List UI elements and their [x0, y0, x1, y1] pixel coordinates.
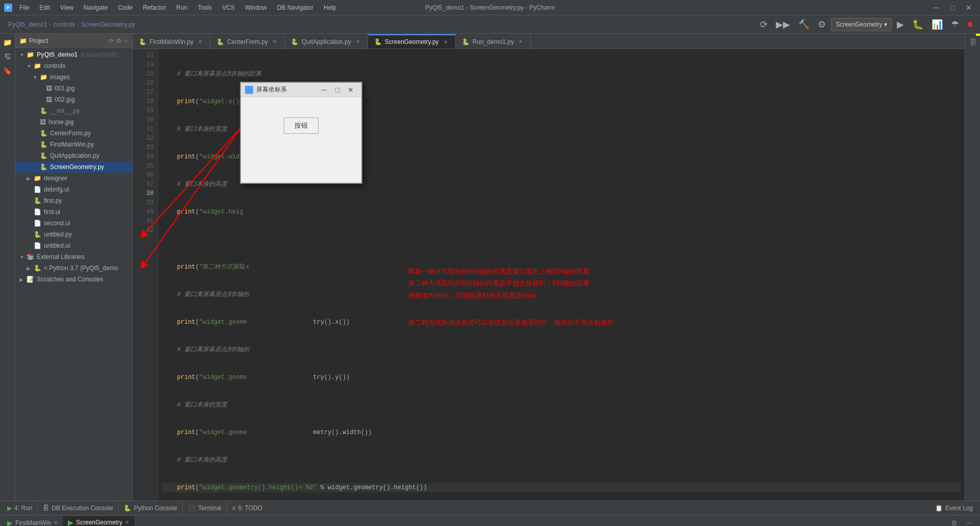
maximize-button[interactable]: □	[945, 3, 960, 13]
window-title: PyQt5_demo1 - ScreenGeometry.py - PyChar…	[425, 4, 555, 11]
float-minimize-button[interactable]: ─	[317, 84, 331, 95]
menu-window[interactable]: Window	[242, 3, 270, 12]
menu-navigate[interactable]: Navigate	[81, 3, 111, 12]
tab-label-quitapp: QuitApplication.py	[302, 38, 351, 45]
run-button[interactable]: ▶	[894, 18, 907, 31]
toolbar-terminal[interactable]: ⬛ Terminal	[183, 501, 227, 515]
tree-item-quitapp[interactable]: 🐍 QuitApplication.py	[15, 150, 132, 161]
profile-button[interactable]: 📊	[928, 18, 946, 31]
tree-item-images[interactable]: ▼ 📁 images	[15, 71, 132, 83]
tree-item-horsejpg[interactable]: 🖼 horse.jpg	[15, 116, 132, 128]
tree-item-untitledpy[interactable]: 🐍 untitled.py	[15, 229, 132, 240]
menu-refactor[interactable]: Refactor	[140, 3, 169, 12]
toolbar-db-console[interactable]: 🗄 DB Execution Console	[38, 501, 118, 515]
run-tab-close-screengeom[interactable]: ✕	[125, 519, 129, 525]
tree-item-controls[interactable]: ▼ 📁 controls	[15, 60, 132, 71]
tree-item-firstpy[interactable]: 🐍 first.py	[15, 195, 132, 206]
sidebar-project-icon[interactable]: 📁	[1, 36, 14, 49]
run-tab-close-firstmainwin[interactable]: ✕	[54, 520, 58, 525]
right-sidebar-db-icon[interactable]: 🗄	[966, 36, 979, 49]
tab-label-screengeom: ScreenGeometry.py	[385, 38, 439, 45]
tab-firstmainwin[interactable]: 🐍 FirstMainWin.py ✕	[133, 34, 210, 49]
debug-button[interactable]: 🐛	[909, 18, 926, 31]
menu-help[interactable]: Help	[321, 3, 339, 12]
breadcrumb-sep1: ›	[50, 21, 52, 28]
tree-item-firstui[interactable]: 📄 first.ui	[15, 206, 132, 218]
run-tab-firstmainwin[interactable]: ▶ FirstMainWin ✕	[2, 516, 63, 527]
tab-quitapp[interactable]: 🐍 QuitApplication.py ✕	[285, 34, 368, 49]
tree-item-designer[interactable]: ▶ 📁 designer	[15, 173, 132, 184]
coverage-button[interactable]: ☂	[948, 18, 962, 31]
tab-screengeom[interactable]: 🐍 ScreenGeometry.py ✕	[368, 34, 456, 49]
tab-close-centerform[interactable]: ✕	[271, 38, 278, 45]
menu-vcs[interactable]: VCS	[219, 3, 238, 12]
title-bar-left: P File Edit View Navigate Code Refactor …	[4, 3, 339, 12]
minimize-button[interactable]: ─	[929, 3, 943, 13]
tab-close-firstmainwin[interactable]: ✕	[197, 38, 204, 45]
menu-view[interactable]: View	[57, 3, 77, 12]
tree-item-centerform[interactable]: 🐍 CenterForm.py	[15, 128, 132, 139]
code-line-36: print("widget.geome metry().width())	[162, 428, 961, 437]
tree-item-screengeom[interactable]: 🐍 ScreenGeometry.py	[15, 161, 132, 173]
toolbar-todo[interactable]: ≡ 6: TODO	[227, 501, 268, 515]
toolbar-eventlog[interactable]: 📋 Event Log	[930, 501, 978, 515]
settings-icon[interactable]: ⚙	[815, 18, 829, 31]
toolbar-python-console-label: Python Console	[134, 505, 177, 512]
menu-edit[interactable]: Edit	[36, 3, 53, 12]
run-config-arrow: ▾	[884, 21, 887, 28]
build-button[interactable]: 🔨	[795, 18, 813, 31]
tab-close-screengeom[interactable]: ✕	[442, 38, 449, 45]
tree-item-secondui[interactable]: 📄 second.ui	[15, 218, 132, 229]
toolbar-todo-label: 6: TODO	[238, 505, 263, 512]
menu-dbnavigator[interactable]: DB Navigator	[274, 3, 316, 12]
hide-icon[interactable]: ─	[124, 37, 128, 44]
float-window-icon	[245, 86, 253, 94]
run-settings-icon[interactable]: ⚙	[947, 516, 961, 527]
breadcrumb-project[interactable]: PyQt5_demo1	[8, 21, 47, 28]
breadcrumb-folder[interactable]: controls	[54, 21, 75, 28]
tree-item-002jpg[interactable]: 🖼 002.jpg	[15, 94, 132, 105]
run-tab-screengeom[interactable]: ▶ ScreenGeometry ✕	[63, 516, 134, 527]
tree-item-untitledui[interactable]: 📄 untitled.ui	[15, 240, 132, 251]
stop-button[interactable]: ■	[964, 18, 976, 31]
tree-item-root[interactable]: ▼ 📁 PyQt5_demo1 E:\code\PyQt5	[15, 49, 132, 60]
settings-icon[interactable]: ⚙	[116, 37, 121, 44]
run-close-icon[interactable]: ─	[963, 516, 976, 527]
tree-item-init[interactable]: 🐍 __init__.py	[15, 105, 132, 116]
tab-centerform[interactable]: 🐍 CenterForm.py ✕	[210, 34, 285, 49]
menu-run[interactable]: Run	[173, 3, 190, 12]
menu-file[interactable]: File	[16, 3, 32, 12]
sync-icon[interactable]: ⟳	[109, 37, 114, 44]
tree-item-debnfg[interactable]: 📄 debnfg.ui	[15, 184, 132, 195]
tab-close-rundemo1[interactable]: ✕	[517, 38, 524, 45]
tab-icon-quitapp: 🐍	[291, 38, 299, 45]
close-button[interactable]: ✕	[962, 3, 976, 13]
toolbar-eventlog-label: Event Log	[945, 505, 973, 512]
tree-item-extlibs[interactable]: ▼ 📚 External Libraries	[15, 251, 132, 262]
run-panel-controls: ⚙ ─	[947, 516, 980, 527]
toolbar-run[interactable]: ▶ 4: Run	[2, 501, 38, 515]
float-maximize-button[interactable]: □	[331, 84, 344, 95]
menu-code[interactable]: Code	[115, 3, 136, 12]
float-action-button[interactable]: 按钮	[284, 117, 318, 134]
tree-item-001jpg[interactable]: 🖼 001.jpg	[15, 83, 132, 94]
terminal-icon: ⬛	[188, 505, 195, 512]
breadcrumb: PyQt5_demo1 › controls › ScreenGeometry.…	[8, 21, 135, 28]
menu-tools[interactable]: Tools	[194, 3, 215, 12]
project-header: 📁 Project ⟳ ⚙ ─	[15, 34, 132, 48]
run-configuration[interactable]: ScreenGeometry ▾	[831, 18, 892, 31]
code-line-28: print("widget.heig	[162, 207, 961, 217]
tree-item-scratches[interactable]: ▶ 📝 Scratches and Consoles	[15, 274, 132, 285]
sidebar-bookmark-icon[interactable]: 🔖	[1, 64, 14, 78]
sidebar-structure-icon[interactable]: 🏗	[1, 50, 14, 63]
run-all-button[interactable]: ▶▶	[773, 18, 793, 31]
tree-item-firstmainwin[interactable]: 🐍 FirstMainWin.py	[15, 139, 132, 150]
tree-item-python37[interactable]: ▶ 🐍 < Python 3.7 (PyQt5_demo	[15, 262, 132, 274]
tab-close-quitapp[interactable]: ✕	[354, 38, 361, 45]
breadcrumb-file[interactable]: ScreenGeometry.py	[81, 21, 135, 28]
app-icon: P	[4, 4, 12, 12]
tab-rundemo1[interactable]: 🐍 Run_demo1.py ✕	[456, 34, 531, 49]
update-button[interactable]: ⟳	[757, 18, 771, 31]
float-close-button[interactable]: ✕	[344, 84, 357, 95]
toolbar-python-console[interactable]: 🐍 Python Console	[118, 501, 183, 515]
